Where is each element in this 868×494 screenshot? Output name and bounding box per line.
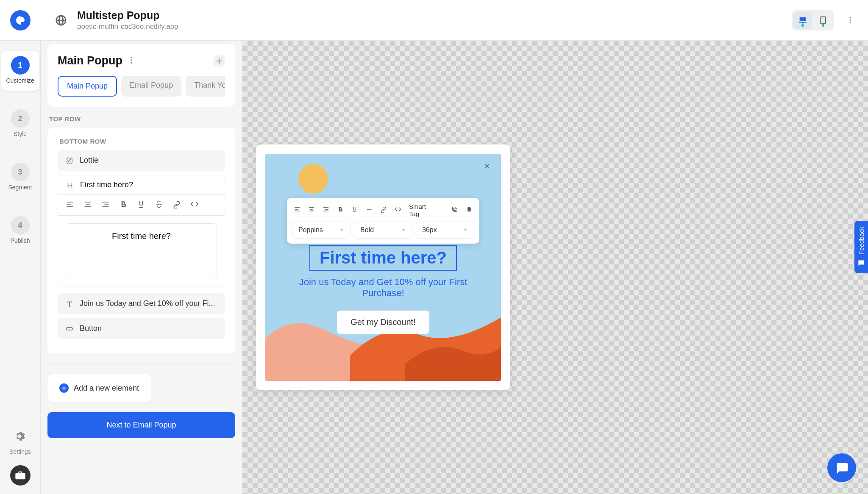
svg-point-11 [862,262,863,263]
chat-icon [835,461,849,475]
element-button[interactable]: Button [58,318,225,339]
font-select[interactable]: Poppins [292,222,351,239]
panel-kebab[interactable] [127,56,136,67]
top-row-label: TOP ROW [49,115,235,122]
align-right-icon[interactable] [101,200,110,210]
align-center-icon[interactable] [83,200,92,210]
element-heading[interactable]: First time here? [58,175,225,195]
smart-tag-button[interactable]: Smart Tag [409,203,436,217]
panel-title: Main Popup [58,54,122,67]
briefcase-button[interactable] [10,465,31,486]
chat-button[interactable] [827,453,856,482]
app-logo[interactable] [10,10,31,31]
step-publish[interactable]: 4 Publish [1,211,39,251]
svg-point-4 [131,59,132,61]
add-tab-button[interactable] [213,55,225,67]
close-icon[interactable] [483,162,492,171]
feedback-icon [857,259,865,267]
device-toggle [792,10,834,31]
side-panel: Main Popup Main Popup Email Popup Thank … [41,41,242,494]
svg-rect-8 [453,208,457,211]
element-lottie[interactable]: Lottie [58,150,225,171]
globe-icon[interactable] [52,11,70,30]
tb-bold[interactable] [337,206,344,214]
svg-point-1 [849,19,851,21]
tb-code[interactable] [395,206,401,214]
feedback-button[interactable]: Feedback [854,221,868,273]
header: Multistep Popup poetic-muffin-cbc3ee.net… [0,0,868,41]
svg-rect-7 [67,327,72,330]
svg-point-2 [849,22,851,23]
tb-align-center[interactable] [308,206,315,214]
tb-delete[interactable] [466,206,473,214]
weight-select[interactable]: Bold [354,222,412,239]
tb-align-right[interactable] [323,206,329,214]
step-segment[interactable]: 3 Segment [1,158,39,197]
heading-icon [66,181,74,189]
align-left-icon[interactable] [66,200,74,210]
tb-align-left[interactable] [294,206,300,214]
tb-strikethrough[interactable] [366,206,373,214]
button-icon [65,325,74,333]
tab-row: Main Popup Email Popup Thank Yo [58,76,225,97]
link-icon[interactable] [172,200,181,210]
svg-point-0 [849,17,851,18]
floating-toolbar: Smart Tag Poppins Bold 36px [287,198,479,244]
header-kebab[interactable] [843,13,858,28]
canvas: Smart Tag Poppins Bold 36px First time h… [242,41,868,494]
mobile-toggle[interactable] [814,12,832,29]
tab-thank[interactable]: Thank Yo [186,76,225,97]
svg-point-5 [131,62,132,64]
settings-button[interactable]: Settings [9,426,31,455]
step-style[interactable]: 2 Style [1,104,39,144]
bold-icon[interactable] [119,200,128,210]
tb-underline[interactable] [351,206,358,214]
add-element-button[interactable]: + Add a new element [47,374,151,402]
underline-icon[interactable] [137,200,145,210]
svg-point-3 [131,56,132,58]
heading-editor: First time here? First time here? [58,175,225,286]
tb-copy[interactable] [451,206,458,214]
bottom-row-label: BOTTOM ROW [59,138,225,145]
desktop-toggle[interactable] [793,12,812,29]
element-text[interactable]: Join us Today and Get 10% off your Fi... [58,293,225,314]
code-icon[interactable] [190,200,199,210]
plus-icon: + [59,383,69,393]
svg-point-10 [860,262,861,263]
strikethrough-icon[interactable] [155,200,163,210]
next-button[interactable]: Next to Email Popup [47,412,235,438]
step-rail: 1 Customize 2 Style 3 Segment 4 Publish … [0,41,41,494]
step-customize[interactable]: 1 Customize [1,51,39,91]
svg-rect-9 [453,207,456,211]
tb-link[interactable] [380,206,387,214]
title-group: Multistep Popup poetic-muffin-cbc3ee.net… [77,9,792,31]
size-select[interactable]: 36px [416,222,474,239]
tab-main[interactable]: Main Popup [58,76,117,97]
lottie-icon [65,157,74,164]
page-subtitle: poetic-muffin-cbc3ee.netlify.app [77,22,792,31]
page-title: Multistep Popup [77,9,792,22]
tab-email[interactable]: Email Popup [121,76,181,97]
svg-rect-6 [67,158,72,163]
heading-textarea[interactable]: First time here? [66,223,217,278]
text-icon [65,300,74,308]
